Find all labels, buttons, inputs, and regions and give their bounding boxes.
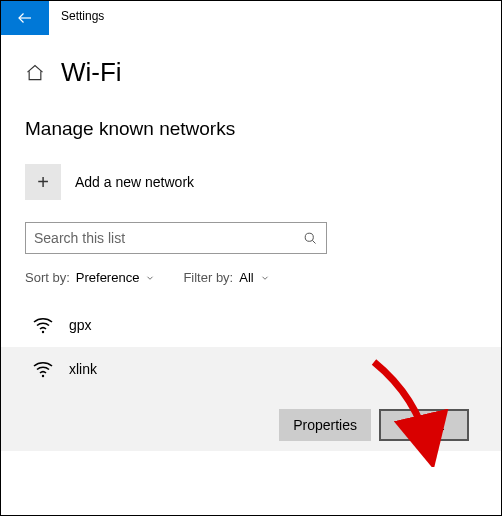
svg-point-4	[42, 375, 44, 377]
properties-button[interactable]: Properties	[279, 409, 371, 441]
back-button[interactable]	[1, 1, 49, 35]
svg-point-3	[42, 331, 44, 333]
chevron-down-icon	[145, 273, 155, 283]
search-box[interactable]	[25, 222, 327, 254]
network-name: gpx	[69, 317, 471, 333]
network-item-gpx[interactable]: gpx	[25, 303, 477, 347]
filter-by-dropdown[interactable]: Filter by: All	[183, 270, 269, 285]
search-icon	[303, 231, 318, 246]
sort-by-dropdown[interactable]: Sort by: Preference	[25, 270, 155, 285]
plus-icon: +	[25, 164, 61, 200]
network-actions: Properties Forget	[31, 395, 477, 451]
chevron-down-icon	[260, 273, 270, 283]
svg-line-2	[312, 240, 315, 243]
svg-point-1	[305, 233, 313, 241]
network-list: gpx xlink Properties Forget	[25, 303, 477, 451]
search-input[interactable]	[34, 230, 303, 246]
app-title: Settings	[61, 9, 104, 23]
wifi-icon	[31, 313, 55, 337]
add-network-label: Add a new network	[75, 174, 194, 190]
wifi-icon	[31, 357, 55, 381]
filter-label: Filter by:	[183, 270, 233, 285]
filter-value: All	[239, 270, 253, 285]
network-name: xlink	[69, 361, 477, 377]
arrow-left-icon	[16, 9, 34, 27]
section-title: Manage known networks	[25, 118, 477, 140]
network-item-xlink[interactable]: xlink Properties Forget	[1, 347, 501, 451]
add-network-button[interactable]: + Add a new network	[25, 164, 477, 200]
sort-label: Sort by:	[25, 270, 70, 285]
sort-value: Preference	[76, 270, 140, 285]
home-icon	[25, 63, 45, 83]
forget-button[interactable]: Forget	[379, 409, 469, 441]
page-title: Wi-Fi	[61, 57, 122, 88]
